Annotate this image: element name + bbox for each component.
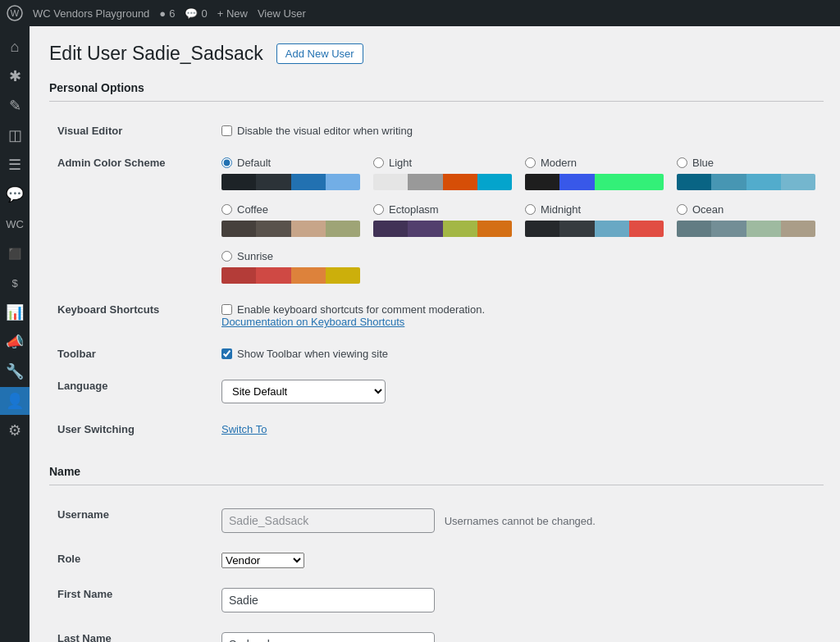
color-scheme-radio-ectoplasm[interactable] xyxy=(373,204,384,215)
color-swatches-midnight xyxy=(525,221,664,237)
add-new-user-button[interactable]: Add New User xyxy=(276,43,363,64)
swatch xyxy=(291,174,326,190)
swatch xyxy=(326,267,360,284)
color-scheme-coffee[interactable]: Coffee xyxy=(221,203,360,237)
swatch xyxy=(221,267,256,284)
color-swatches-ectoplasm xyxy=(373,221,512,237)
sidebar-item-reports[interactable]: 📊 xyxy=(0,298,30,326)
page-title: Edit User Sadie_Sadsack xyxy=(49,43,263,65)
color-scheme-radio-light[interactable] xyxy=(373,157,384,168)
visual-editor-checkbox-text: Disable the visual editor when writing xyxy=(237,125,413,137)
swatch xyxy=(746,174,781,190)
swatch xyxy=(326,174,360,190)
color-scheme-modern[interactable]: Modern xyxy=(525,157,664,190)
swatch xyxy=(477,174,512,190)
color-scheme-label-coffee[interactable]: Coffee xyxy=(221,203,360,216)
toolbar-label: Toolbar xyxy=(57,348,96,360)
color-scheme-name-blue: Blue xyxy=(692,157,714,169)
sidebar-item-analytics[interactable]: $ xyxy=(0,269,30,297)
color-scheme-label-blue[interactable]: Blue xyxy=(677,157,815,169)
color-scheme-radio-blue[interactable] xyxy=(677,157,687,168)
new-content[interactable]: + New xyxy=(217,7,248,20)
sidebar: ⌂ ✱ ✎ ◫ ☰ 💬 WC ⬛ $ 📊 📣 🔧 👤 ⚙ xyxy=(0,26,30,642)
swatch xyxy=(373,174,408,190)
color-scheme-radio-ocean[interactable] xyxy=(677,204,687,215)
sidebar-item-marketing[interactable]: 📣 xyxy=(0,328,30,356)
keyboard-shortcuts-checkbox[interactable] xyxy=(221,304,232,315)
swatch xyxy=(677,221,711,237)
sidebar-item-comments[interactable]: 💬 xyxy=(0,180,30,208)
color-scheme-radio-modern[interactable] xyxy=(525,157,536,168)
sidebar-item-users[interactable]: 👤 xyxy=(0,387,30,415)
sidebar-item-woocommerce[interactable]: WC xyxy=(0,210,30,238)
sidebar-item-media[interactable]: ◫ xyxy=(0,121,30,149)
first-name-input[interactable] xyxy=(221,588,435,612)
language-row: Language Site Default English (US) Spani… xyxy=(49,370,824,413)
color-scheme-sunrise[interactable]: Sunrise xyxy=(221,250,360,284)
color-scheme-label-midnight[interactable]: Midnight xyxy=(525,203,664,216)
sidebar-item-updates[interactable]: ✱ xyxy=(0,62,30,90)
swatch xyxy=(373,221,408,237)
swatch xyxy=(711,174,746,190)
color-scheme-radio-coffee[interactable] xyxy=(221,204,232,215)
color-scheme-midnight[interactable]: Midnight xyxy=(525,203,664,237)
wp-logo[interactable]: W xyxy=(7,5,23,21)
svg-text:W: W xyxy=(11,8,20,18)
color-scheme-label-ocean[interactable]: Ocean xyxy=(677,203,815,216)
visual-editor-checkbox-label[interactable]: Disable the visual editor when writing xyxy=(221,125,815,137)
swatch xyxy=(559,174,594,190)
view-user[interactable]: View User xyxy=(258,7,306,20)
site-name[interactable]: WC Vendors Playground xyxy=(33,7,149,20)
visual-editor-row: Visual Editor Disable the visual editor … xyxy=(49,115,824,147)
visual-editor-checkbox[interactable] xyxy=(221,125,232,136)
language-select[interactable]: Site Default English (US) Spanish French xyxy=(221,380,386,403)
color-scheme-label-modern[interactable]: Modern xyxy=(525,157,664,169)
color-scheme-label-sunrise[interactable]: Sunrise xyxy=(221,250,360,262)
color-scheme-row: Admin Color Scheme DefaultLightModernBlu… xyxy=(49,147,824,294)
comments-count[interactable]: 💬 0 xyxy=(185,7,207,20)
color-scheme-label-light[interactable]: Light xyxy=(373,157,512,169)
color-swatches-default xyxy=(221,174,360,190)
switch-to-link[interactable]: Switch To xyxy=(221,423,267,435)
color-scheme-radio-midnight[interactable] xyxy=(525,204,536,215)
color-scheme-label-default[interactable]: Default xyxy=(221,157,360,169)
swatch xyxy=(221,174,256,190)
sidebar-item-dashboard[interactable]: ⌂ xyxy=(0,33,30,61)
color-scheme-label-ectoplasm[interactable]: Ectoplasm xyxy=(373,203,512,216)
color-scheme-ectoplasm[interactable]: Ectoplasm xyxy=(373,203,512,237)
toolbar-checkbox-label[interactable]: Show Toolbar when viewing site xyxy=(221,348,815,360)
color-scheme-ocean[interactable]: Ocean xyxy=(677,203,815,237)
color-scheme-blue[interactable]: Blue xyxy=(677,157,815,190)
swatch xyxy=(326,221,360,237)
sidebar-item-pages[interactable]: ☰ xyxy=(0,151,30,179)
sidebar-item-posts[interactable]: ✎ xyxy=(0,92,30,120)
color-scheme-label: Admin Color Scheme xyxy=(57,157,165,169)
swatch xyxy=(781,221,815,237)
role-select[interactable]: Subscriber Contributor Author Editor Adm… xyxy=(221,553,304,568)
color-scheme-light[interactable]: Light xyxy=(373,157,512,190)
color-scheme-radio-default[interactable] xyxy=(221,157,232,168)
toolbar-checkbox[interactable] xyxy=(221,348,232,359)
color-scheme-default[interactable]: Default xyxy=(221,157,360,190)
name-table: Username Usernames cannot be changed. Ro… xyxy=(49,499,824,642)
sidebar-item-tools[interactable]: 🔧 xyxy=(0,357,30,385)
main-content: Edit User Sadie_Sadsack Add New User Per… xyxy=(30,26,840,642)
color-scheme-name-sunrise: Sunrise xyxy=(237,250,273,262)
personal-options-table: Visual Editor Disable the visual editor … xyxy=(49,115,824,445)
last-name-input[interactable] xyxy=(221,632,435,642)
user-switching-row: User Switching Switch To xyxy=(49,413,824,445)
keyboard-shortcuts-checkbox-label[interactable]: Enable keyboard shortcuts for comment mo… xyxy=(221,303,815,316)
color-scheme-radio-sunrise[interactable] xyxy=(221,251,232,262)
sidebar-item-products[interactable]: ⬛ xyxy=(0,239,30,267)
swatch xyxy=(595,174,629,190)
toolbar-row: Toolbar Show Toolbar when viewing site xyxy=(49,338,824,370)
color-scheme-name-modern: Modern xyxy=(541,157,577,169)
user-switching-label: User Switching xyxy=(57,423,135,435)
first-name-row: First Name xyxy=(49,578,824,622)
keyboard-shortcuts-label: Keyboard Shortcuts xyxy=(57,303,159,316)
sidebar-item-settings[interactable]: ⚙ xyxy=(0,417,30,444)
swatch xyxy=(408,174,442,190)
keyboard-shortcuts-row: Keyboard Shortcuts Enable keyboard short… xyxy=(49,294,824,338)
updates-count[interactable]: ● 6 xyxy=(159,7,175,20)
keyboard-shortcuts-doc-link[interactable]: Documentation on Keyboard Shortcuts xyxy=(221,316,404,328)
